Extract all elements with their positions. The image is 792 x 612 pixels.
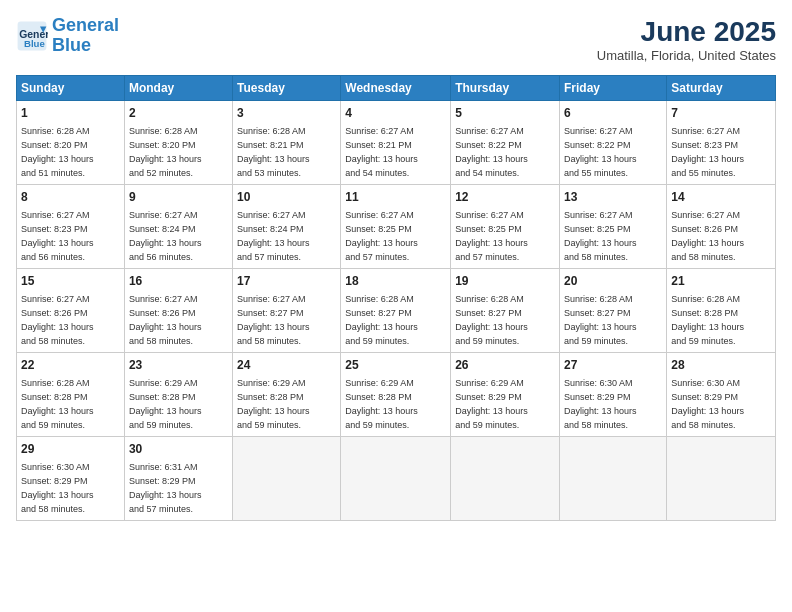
table-row: 4Sunrise: 6:27 AMSunset: 8:21 PMDaylight… bbox=[341, 101, 451, 185]
svg-text:Blue: Blue bbox=[24, 38, 45, 49]
table-row: 15Sunrise: 6:27 AMSunset: 8:26 PMDayligh… bbox=[17, 268, 125, 352]
table-row: 12Sunrise: 6:27 AMSunset: 8:25 PMDayligh… bbox=[451, 184, 560, 268]
week-row-3: 15Sunrise: 6:27 AMSunset: 8:26 PMDayligh… bbox=[17, 268, 776, 352]
table-row: 23Sunrise: 6:29 AMSunset: 8:28 PMDayligh… bbox=[124, 352, 232, 436]
table-row: 16Sunrise: 6:27 AMSunset: 8:26 PMDayligh… bbox=[124, 268, 232, 352]
table-row: 11Sunrise: 6:27 AMSunset: 8:25 PMDayligh… bbox=[341, 184, 451, 268]
col-saturday: Saturday bbox=[667, 76, 776, 101]
table-row: 18Sunrise: 6:28 AMSunset: 8:27 PMDayligh… bbox=[341, 268, 451, 352]
week-row-5: 29Sunrise: 6:30 AMSunset: 8:29 PMDayligh… bbox=[17, 436, 776, 520]
table-row: 13Sunrise: 6:27 AMSunset: 8:25 PMDayligh… bbox=[560, 184, 667, 268]
table-row: 20Sunrise: 6:28 AMSunset: 8:27 PMDayligh… bbox=[560, 268, 667, 352]
table-row: 27Sunrise: 6:30 AMSunset: 8:29 PMDayligh… bbox=[560, 352, 667, 436]
col-friday: Friday bbox=[560, 76, 667, 101]
table-row bbox=[560, 436, 667, 520]
table-row bbox=[341, 436, 451, 520]
table-row bbox=[667, 436, 776, 520]
col-wednesday: Wednesday bbox=[341, 76, 451, 101]
table-row: 5Sunrise: 6:27 AMSunset: 8:22 PMDaylight… bbox=[451, 101, 560, 185]
table-row bbox=[233, 436, 341, 520]
week-row-2: 8Sunrise: 6:27 AMSunset: 8:23 PMDaylight… bbox=[17, 184, 776, 268]
col-sunday: Sunday bbox=[17, 76, 125, 101]
table-row: 30Sunrise: 6:31 AMSunset: 8:29 PMDayligh… bbox=[124, 436, 232, 520]
table-row bbox=[451, 436, 560, 520]
table-row: 8Sunrise: 6:27 AMSunset: 8:23 PMDaylight… bbox=[17, 184, 125, 268]
table-row: 3Sunrise: 6:28 AMSunset: 8:21 PMDaylight… bbox=[233, 101, 341, 185]
logo-icon: General Blue bbox=[16, 20, 48, 52]
week-row-1: 1Sunrise: 6:28 AMSunset: 8:20 PMDaylight… bbox=[17, 101, 776, 185]
table-row: 28Sunrise: 6:30 AMSunset: 8:29 PMDayligh… bbox=[667, 352, 776, 436]
header: General Blue GeneralBlue June 2025 Umati… bbox=[16, 16, 776, 63]
col-tuesday: Tuesday bbox=[233, 76, 341, 101]
location: Umatilla, Florida, United States bbox=[597, 48, 776, 63]
table-row: 7Sunrise: 6:27 AMSunset: 8:23 PMDaylight… bbox=[667, 101, 776, 185]
month-title: June 2025 bbox=[597, 16, 776, 48]
table-row: 24Sunrise: 6:29 AMSunset: 8:28 PMDayligh… bbox=[233, 352, 341, 436]
table-row: 26Sunrise: 6:29 AMSunset: 8:29 PMDayligh… bbox=[451, 352, 560, 436]
table-row: 6Sunrise: 6:27 AMSunset: 8:22 PMDaylight… bbox=[560, 101, 667, 185]
calendar-table: Sunday Monday Tuesday Wednesday Thursday… bbox=[16, 75, 776, 521]
logo-text: GeneralBlue bbox=[52, 16, 119, 56]
title-block: June 2025 Umatilla, Florida, United Stat… bbox=[597, 16, 776, 63]
table-row: 29Sunrise: 6:30 AMSunset: 8:29 PMDayligh… bbox=[17, 436, 125, 520]
table-row: 10Sunrise: 6:27 AMSunset: 8:24 PMDayligh… bbox=[233, 184, 341, 268]
table-row: 19Sunrise: 6:28 AMSunset: 8:27 PMDayligh… bbox=[451, 268, 560, 352]
logo: General Blue GeneralBlue bbox=[16, 16, 119, 56]
table-row: 1Sunrise: 6:28 AMSunset: 8:20 PMDaylight… bbox=[17, 101, 125, 185]
page-container: General Blue GeneralBlue June 2025 Umati… bbox=[0, 0, 792, 529]
table-row: 9Sunrise: 6:27 AMSunset: 8:24 PMDaylight… bbox=[124, 184, 232, 268]
col-monday: Monday bbox=[124, 76, 232, 101]
table-row: 25Sunrise: 6:29 AMSunset: 8:28 PMDayligh… bbox=[341, 352, 451, 436]
table-row: 21Sunrise: 6:28 AMSunset: 8:28 PMDayligh… bbox=[667, 268, 776, 352]
table-row: 2Sunrise: 6:28 AMSunset: 8:20 PMDaylight… bbox=[124, 101, 232, 185]
table-row: 22Sunrise: 6:28 AMSunset: 8:28 PMDayligh… bbox=[17, 352, 125, 436]
table-row: 14Sunrise: 6:27 AMSunset: 8:26 PMDayligh… bbox=[667, 184, 776, 268]
week-row-4: 22Sunrise: 6:28 AMSunset: 8:28 PMDayligh… bbox=[17, 352, 776, 436]
calendar-header-row: Sunday Monday Tuesday Wednesday Thursday… bbox=[17, 76, 776, 101]
table-row: 17Sunrise: 6:27 AMSunset: 8:27 PMDayligh… bbox=[233, 268, 341, 352]
col-thursday: Thursday bbox=[451, 76, 560, 101]
